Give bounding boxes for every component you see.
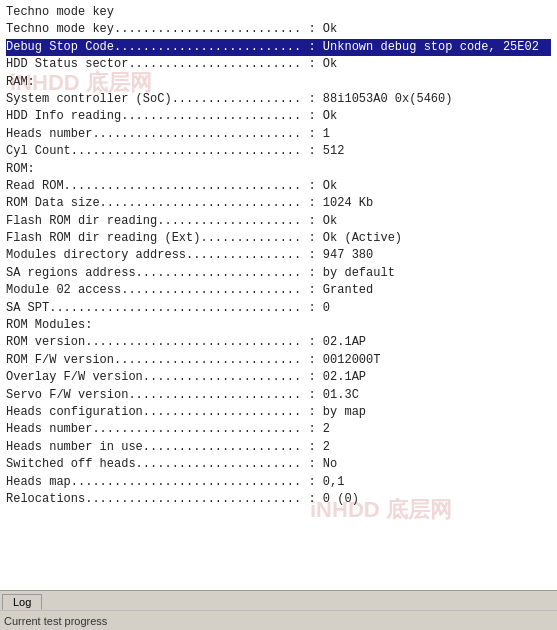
log-line: Heads number............................… (6, 421, 551, 438)
bottom-bar: Log Current test progress (0, 590, 557, 630)
log-line: ROM Data size...........................… (6, 195, 551, 212)
log-line: ROM version.............................… (6, 334, 551, 351)
log-line: SA regions address......................… (6, 265, 551, 282)
log-line: System controller (SoC).................… (6, 91, 551, 108)
log-line: SA SPT..................................… (6, 300, 551, 317)
log-lines-container: Techno mode keyTechno mode key..........… (6, 4, 551, 508)
log-line: Heads number............................… (6, 126, 551, 143)
log-output-area[interactable]: iNHDD 底层网 iNHDD 底层网 Techno mode keyTechn… (0, 0, 557, 590)
log-line: RAM: (6, 74, 551, 91)
log-line: Servo F/W version.......................… (6, 387, 551, 404)
log-tab[interactable]: Log (2, 594, 42, 610)
log-line: Read ROM................................… (6, 178, 551, 195)
tab-row: Log (0, 591, 557, 610)
log-line: Switched off heads......................… (6, 456, 551, 473)
status-text: Current test progress (4, 615, 107, 627)
log-line: Overlay F/W version.....................… (6, 369, 551, 386)
log-line: Heads configuration.....................… (6, 404, 551, 421)
log-line: Heads number in use.....................… (6, 439, 551, 456)
log-line: Flash ROM dir reading (Ext).............… (6, 230, 551, 247)
log-line: HDD Status sector.......................… (6, 56, 551, 73)
status-bar: Current test progress (0, 610, 557, 630)
log-line: Techno mode key (6, 4, 551, 21)
log-line: ROM Modules: (6, 317, 551, 334)
log-line: ROM: (6, 161, 551, 178)
log-line: Module 02 access........................… (6, 282, 551, 299)
log-line: Flash ROM dir reading...................… (6, 213, 551, 230)
log-line: ROM F/W version.........................… (6, 352, 551, 369)
log-line: Relocations.............................… (6, 491, 551, 508)
log-line: Modules directory address...............… (6, 247, 551, 264)
log-line: Techno mode key.........................… (6, 21, 551, 38)
log-line: Cyl Count...............................… (6, 143, 551, 160)
log-line: HDD Info reading........................… (6, 108, 551, 125)
log-line: Debug Stop Code.........................… (6, 39, 551, 56)
log-line: Heads map...............................… (6, 474, 551, 491)
